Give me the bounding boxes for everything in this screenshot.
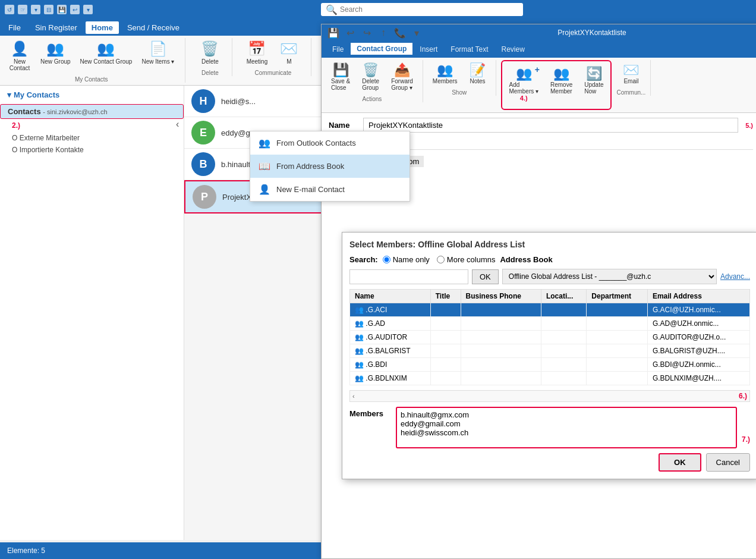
sidebar-importierte-item[interactable]: O Importierte Kontakte	[0, 144, 184, 156]
menu-sin-register[interactable]: Sin Register	[29, 21, 83, 34]
hand-icon[interactable]: ☞	[18, 5, 27, 14]
new-contact-btn[interactable]: 👤 New Contact	[5, 38, 34, 74]
row-gaci-name: 👥 .G.ACI	[350, 303, 431, 317]
cg-menu-file[interactable]: File	[326, 43, 349, 55]
cg-add-members-btn[interactable]: 👥 + AddMembers ▾ 4.)	[505, 64, 543, 104]
forward-group-icon: 📤	[394, 62, 410, 78]
dropdown-from-outlook[interactable]: 👥 From Outlook Contacts	[250, 131, 410, 155]
ribbon-group-communicate: 📅 Meeting ✉️ M Communicate	[242, 38, 311, 76]
add-members-icon: 👥	[516, 66, 532, 81]
sm-search-ok-btn[interactable]: OK	[472, 269, 499, 284]
meeting-icon: 📅	[248, 40, 266, 57]
radio-name-only[interactable]: Name only	[383, 255, 430, 264]
sm-address-book-select[interactable]: Offline Global Address List - _______@uz…	[502, 269, 717, 284]
search-input[interactable]	[340, 5, 518, 14]
cg-forward-group-btn[interactable]: 📤 ForwardGroup ▾	[386, 60, 418, 93]
sm-cancel-btn[interactable]: Cancel	[706, 453, 750, 472]
cg-notes-btn[interactable]: 📝 Notes	[465, 60, 491, 87]
menu-home[interactable]: Home	[86, 21, 119, 34]
contact-row-icon2: 👥	[355, 319, 364, 328]
sidebar-contacts-item[interactable]: Contacts - sini.zivkovic@uzh.ch	[0, 104, 184, 119]
cg-delete-group-btn[interactable]: 🗑️ DeleteGroup	[357, 60, 384, 93]
cg-menu-bar: File Contact Group Insert Format Text Re…	[322, 41, 756, 58]
sidebar-collapse-btn[interactable]: ‹	[176, 119, 179, 130]
cg-menu-format-text[interactable]: Format Text	[445, 43, 494, 55]
minimize2-icon[interactable]: ⊟	[44, 5, 53, 14]
cg-ribbon: 💾 Save &Close 🗑️ DeleteGroup 📤 ForwardGr…	[322, 58, 756, 113]
sidebar-externe-item[interactable]: O Externe Mitarbeiter	[0, 132, 184, 144]
col-location: Locati...	[541, 290, 586, 303]
cg-comm-group: ✉️ Email Commun...	[616, 60, 651, 96]
new-contact-group-btn[interactable]: 👥 New Contact Group	[77, 38, 136, 67]
cg-save-close-btn[interactable]: 💾 Save &Close	[326, 60, 355, 93]
new-items-btn[interactable]: 📄 New Items ▾	[138, 38, 178, 67]
cg-members-btn[interactable]: 👥 Members	[428, 60, 462, 87]
cg-name-label: Name	[329, 121, 358, 130]
meeting-btn[interactable]: 📅 Meeting	[242, 38, 272, 67]
cg-menu-contact-group[interactable]: Contact Group	[351, 43, 412, 56]
customize-icon[interactable]: ▾	[83, 5, 93, 14]
table-row-gauditor[interactable]: 👥 .G.AUDITOR G.AUDITOR@UZH.o...	[350, 331, 750, 344]
contact-row-icon6: 👥	[355, 374, 364, 382]
outlook-contacts-icon: 👥	[259, 137, 270, 149]
step2-annotation: 2.)	[0, 119, 184, 132]
cg-toolbar-icons: 💾 ↩ ↪ ↑ 📞 ▾	[326, 26, 424, 40]
table-row-gaci[interactable]: 👥 .G.ACI G.ACI@UZH.onmic...	[350, 303, 750, 317]
menu-send-receive[interactable]: Send / Receive	[121, 21, 185, 34]
dropdown-new-email-contact[interactable]: 👤 New E-mail Contact	[250, 178, 410, 201]
new-group-btn[interactable]: 👥 New Group	[37, 38, 74, 67]
step7-annotation: 7.)	[742, 435, 750, 444]
dropdown-from-address-book[interactable]: 📖 From Address Book	[250, 155, 410, 178]
cg-up-icon[interactable]: ↑	[376, 26, 390, 40]
add-members-dropdown-menu: 👥 From Outlook Contacts 📖 From Address B…	[250, 131, 410, 202]
avatar-projektx: P	[193, 185, 216, 209]
add-plus-icon: +	[535, 65, 540, 74]
sm-search-row: Search: Name only More columns Address B…	[349, 255, 750, 264]
members-icon: 👥	[437, 62, 453, 78]
undo-icon[interactable]: ↩	[70, 5, 80, 14]
cg-redo-icon[interactable]: ↪	[360, 26, 374, 40]
cg-phone-icon[interactable]: 📞	[393, 26, 407, 40]
sm-members-textarea[interactable]: b.hinault@gmx.com eddy@gmail.com heidi@s…	[396, 407, 737, 448]
sm-ok-btn[interactable]: OK	[659, 453, 701, 472]
avatar-bhinault: B	[191, 152, 215, 176]
cg-menu-insert[interactable]: Insert	[414, 43, 443, 55]
delete-icon: 🗑️	[201, 40, 219, 57]
main-title-bar: ↺ ☞ ▾ ⊟ 💾 ↩ ▾ 🔍	[0, 0, 756, 19]
menu-file[interactable]: File	[2, 21, 27, 34]
table-row-gbdlnxim[interactable]: 👥 .G.BDLNXIM G.BDLNXIM@UZH....	[350, 372, 750, 385]
col-title: Title	[430, 290, 461, 303]
sm-search-input[interactable]	[349, 269, 468, 284]
radio-more-columns[interactable]: More columns	[437, 255, 496, 264]
cg-undo-icon[interactable]: ↩	[343, 26, 357, 40]
table-row-gbdi[interactable]: 👥 .G.BDI G.BDI@UZH.onmic...	[350, 358, 750, 372]
cg-update-now-btn[interactable]: 🔄 UpdateNow	[579, 64, 608, 97]
cg-save-icon[interactable]: 💾	[326, 26, 341, 40]
scroll-left-icon[interactable]: ‹	[352, 392, 355, 400]
notes-icon: 📝	[470, 62, 486, 78]
cg-dropdown2-icon[interactable]: ▾	[410, 26, 424, 40]
step4-annotation-btn: 4.)	[520, 95, 528, 102]
sidebar-header: ▾ My Contacts	[0, 86, 184, 104]
delete-btn[interactable]: 🗑️ Delete	[195, 38, 225, 67]
avatar-heidi: H	[191, 89, 215, 113]
cg-email-btn[interactable]: ✉️ Email	[618, 60, 644, 87]
sidebar-contact-email: - sini.zivkovic@uzh.ch	[43, 108, 107, 115]
table-row-gad[interactable]: 👥 .G.AD G.AD@UZH.onmic...	[350, 317, 750, 331]
sm-search-label: Search:	[349, 255, 378, 264]
mail-btn[interactable]: ✉️ M	[274, 38, 304, 67]
cg-menu-review[interactable]: Review	[496, 43, 531, 55]
search-bar[interactable]: 🔍	[321, 3, 523, 16]
save-icon[interactable]: 💾	[57, 5, 67, 14]
refresh-icon[interactable]: ↺	[5, 5, 14, 14]
dropdown-icon[interactable]: ▾	[31, 5, 40, 14]
search-icon: 🔍	[326, 4, 338, 15]
cg-name-input[interactable]	[363, 118, 738, 133]
sm-advanced-link[interactable]: Advanc...	[720, 272, 750, 281]
avatar-eddy: E	[191, 121, 215, 145]
window-controls[interactable]: ↺ ☞ ▾ ⊟ 💾 ↩ ▾	[5, 5, 93, 14]
cg-remove-member-btn[interactable]: 👥 RemoveMember	[546, 64, 577, 97]
table-row-gbalgrist[interactable]: 👥 .G.BALGRIST G.BALGRIST@UZH....	[350, 344, 750, 358]
remove-member-icon: 👥	[553, 66, 569, 81]
new-items-icon: 📄	[149, 40, 167, 57]
